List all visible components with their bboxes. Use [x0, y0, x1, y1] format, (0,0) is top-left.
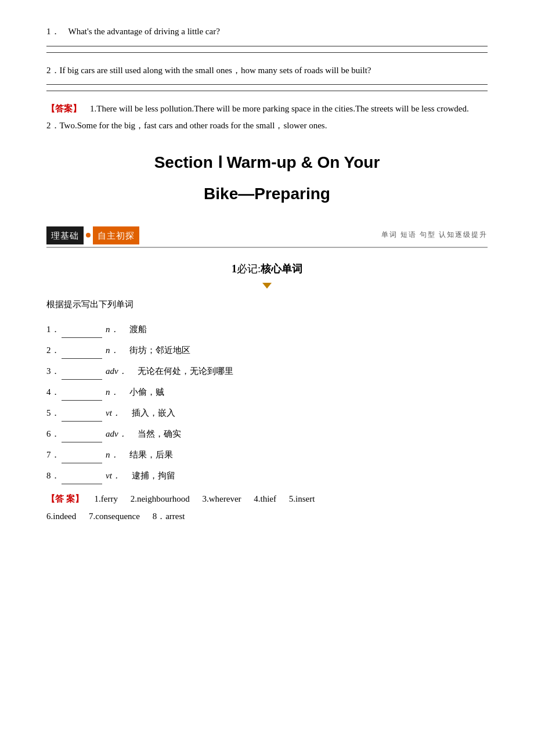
vocab-pos-5: vt． [106, 408, 121, 417]
section-title-line2: Bike—Preparing [46, 179, 488, 208]
answer-tag-close: 】 [73, 104, 81, 113]
vocab-item-2: 2． n． 街坊；邻近地区 [46, 341, 488, 359]
vocab-answers-block: 【答 案】 1.ferry 2.neighbourhood 3.wherever… [46, 490, 488, 525]
vocab-blank-5 [62, 421, 102, 422]
banner-right: 单词 短语 句型 认知逐级提升 [381, 229, 488, 242]
answer-tag-open: 【 [46, 104, 55, 113]
vocab-blank-8 [62, 484, 102, 484]
vocab-item-6: 6． adv． 当然，确实 [46, 425, 488, 442]
vocab-num-1: 1． [46, 325, 60, 334]
answer-line-1b [46, 52, 488, 53]
vocab-ans-8: 8．arrest [153, 512, 185, 521]
vocab-item-1: 1． n． 渡船 [46, 321, 488, 338]
vocab-num-2: 2． [46, 345, 60, 355]
vocab-list: 1． n． 渡船 2． n． 街坊；邻近地区 3． adv． 无论在何处，无论到… [46, 321, 488, 484]
banner-left: 理基础自主初探 [46, 226, 139, 244]
vocab-ans-2: 2.neighbourhood [131, 494, 190, 503]
vocab-meaning-3: 无论在何处，无论到哪里 [138, 366, 233, 376]
subsection-cn-title: 核心单词 [261, 263, 302, 275]
vocab-ans-4: 4.thief [254, 494, 276, 503]
vocab-pos-1: n． [106, 325, 119, 334]
vocab-meaning-1: 渡船 [129, 325, 147, 334]
vocab-ans-1: 1.ferry [95, 494, 118, 503]
subsection-label: 必记: [237, 263, 261, 275]
vocab-num-4: 4． [46, 387, 60, 397]
vocab-item-8: 8． vt． 逮捕，拘留 [46, 467, 488, 484]
banner-tag2: 自主初探 [93, 226, 139, 244]
answer-line-2b [46, 91, 488, 91]
answer-tag-word: 答案 [55, 104, 73, 113]
answer-line-2a [46, 84, 488, 85]
vocab-ans-5: 5.insert [289, 494, 315, 503]
answers-block: 【答案】 1.There will be less pollution.Ther… [46, 100, 488, 134]
vocab-blank-3 [62, 379, 102, 380]
vocab-blank-2 [62, 358, 102, 359]
subsection-title: 1必记:核心单词 [46, 260, 488, 278]
answer-1-text: 1.There will be less pollution.There wil… [90, 104, 469, 113]
vocab-answer-tag-open: 【 [46, 494, 55, 503]
banner-tag1: 理基础 [46, 226, 84, 244]
question-1: 1． What's the advantage of driving a lit… [46, 23, 488, 53]
vocab-pos-2: n． [106, 345, 119, 355]
vocab-answer-tag-word: 答 案 [55, 494, 75, 503]
vocab-meaning-7: 结果，后果 [129, 450, 173, 459]
subsection-num: 1 [232, 263, 237, 275]
banner-row: 理基础自主初探 单词 短语 句型 认知逐级提升 [46, 226, 488, 248]
question-1-number: 1 [46, 27, 51, 36]
vocab-item-7: 7． n． 结果，后果 [46, 446, 488, 463]
question-2-text: 2．If big cars are still used along with … [46, 62, 488, 79]
question-2: 2．If big cars are still used along with … [46, 62, 488, 92]
vocab-blank-4 [62, 400, 102, 401]
section-title-line1: Section Ⅰ Warm-up & On Your [46, 151, 488, 174]
vocab-ans-6: 6.indeed [46, 512, 76, 521]
answer-1-line: 【答案】 1.There will be less pollution.Ther… [46, 100, 488, 117]
vocab-pos-8: vt． [106, 471, 121, 480]
vocab-meaning-4: 小偷，贼 [129, 387, 164, 397]
vocab-answer-tag-close: 】 [75, 494, 84, 503]
vocab-meaning-5: 插入，嵌入 [132, 408, 175, 417]
vocab-meaning-8: 逮捕，拘留 [132, 471, 175, 480]
vocab-ans-3: 3.wherever [202, 494, 241, 503]
vocab-item-4: 4． n． 小偷，贼 [46, 383, 488, 401]
question-1-text: 1． What's the advantage of driving a lit… [46, 23, 488, 40]
vocab-pos-7: n． [106, 450, 119, 459]
vocab-pos-4: n． [106, 387, 119, 397]
vocab-num-5: 5． [46, 408, 60, 417]
vocab-item-5: 5． vt． 插入，嵌入 [46, 404, 488, 422]
vocab-ans-7: 7.consequence [89, 512, 140, 521]
vocab-blank-1 [62, 337, 102, 338]
vocab-pos-6: adv． [106, 429, 127, 438]
question-1-body: What's the advantage of driving a little… [68, 27, 220, 36]
banner-dot [86, 233, 91, 237]
answer-line-1a [46, 46, 488, 46]
vocab-num-3: 3． [46, 366, 60, 376]
question-2-number: 2 [46, 66, 51, 75]
vocab-num-6: 6． [46, 429, 60, 438]
vocab-num-8: 8． [46, 471, 60, 480]
prompt-text: 根据提示写出下列单词 [46, 297, 488, 312]
triangle-icon [262, 283, 272, 289]
vocab-pos-3: adv． [106, 366, 127, 376]
vocab-item-3: 3． adv． 无论在何处，无论到哪里 [46, 362, 488, 380]
vocab-blank-7 [62, 463, 102, 463]
vocab-blank-6 [62, 442, 102, 442]
vocab-num-7: 7． [46, 450, 60, 459]
vocab-meaning-6: 当然，确实 [138, 429, 181, 438]
vocab-meaning-2: 街坊；邻近地区 [129, 345, 190, 355]
answer-2-text: 2．Two.Some for the big，fast cars and oth… [46, 117, 488, 134]
